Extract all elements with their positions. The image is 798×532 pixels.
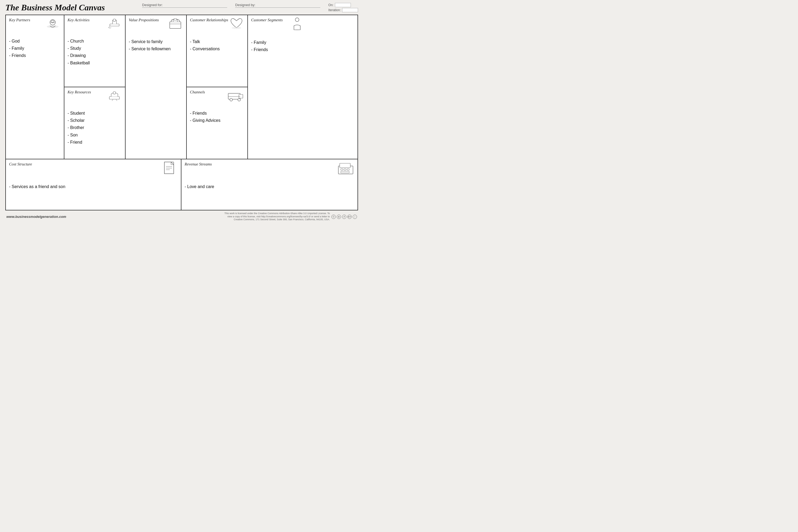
footer: www.businessmodelgeneration.com This wor… — [5, 210, 358, 222]
key-activities-content: - Church - Study - Drawing - Basketball — [68, 38, 122, 66]
svg-point-14 — [295, 18, 299, 22]
svg-rect-20 — [344, 169, 346, 170]
channels-item-0: - Friends — [190, 110, 244, 117]
iteration-block: On: Iteration: — [328, 3, 358, 12]
bottom-section: Cost Structure - Services as a friend an… — [6, 159, 358, 210]
activities-resources-column: Key Activities - Church - Study - Drawin… — [64, 15, 126, 159]
cc-share-icon: ⊕ — [337, 215, 341, 219]
footer-website: www.businessmodelgeneration.com — [6, 215, 66, 218]
svg-point-9 — [232, 27, 241, 29]
key-resources-item-4: - Friend — [68, 138, 122, 146]
cr-channels-column: Customer Relationships - Talk - Conversa… — [187, 15, 248, 159]
iteration-row: Iteration: — [328, 8, 358, 12]
value-propositions-header: Value Propositions — [129, 18, 183, 32]
revenue-header: Revenue Streams — [185, 162, 354, 177]
value-propositions-cell: Value Propositions - Service to family -… — [126, 15, 187, 159]
key-partners-label: Key Partners — [9, 18, 30, 22]
cc-icon: © — [331, 215, 336, 219]
key-activities-item-2: - Drawing — [68, 52, 122, 59]
svg-rect-3 — [110, 24, 119, 26]
customer-relationships-cell: Customer Relationships - Talk - Conversa… — [187, 15, 247, 87]
revenue-label: Revenue Streams — [185, 162, 212, 167]
channels-cell: Channels - Friends - Giv — [187, 87, 247, 159]
footer-license-text: This work is licensed under the Creative… — [224, 212, 330, 221]
key-resources-item-3: - Son — [68, 131, 122, 138]
key-resources-label: Key Resources — [68, 90, 91, 94]
on-row: On: — [328, 3, 358, 7]
cc-sa-icon: ↺ — [342, 215, 346, 219]
value-propositions-content: - Service to family - Service to fellowm… — [129, 38, 183, 52]
svg-rect-5 — [109, 97, 119, 99]
key-activities-item-0: - Church — [68, 38, 122, 45]
cr-label: Customer Relationships — [190, 18, 228, 22]
on-box[interactable] — [335, 3, 351, 7]
channels-item-1: - Giving Advices — [190, 117, 244, 124]
designed-by-field: Designed by: — [235, 3, 320, 8]
key-activities-icon — [107, 17, 122, 32]
key-resources-cell: Key Resources - Student - Scholar — [64, 87, 125, 159]
footer-license-icons: © ⊕ ↺ BY i — [331, 215, 357, 219]
channels-label: Channels — [190, 90, 205, 94]
cs-item-0: - Family — [251, 39, 303, 46]
cost-header: Cost Structure — [9, 162, 178, 177]
value-propositions-item-0: - Service to family — [129, 38, 183, 45]
revenue-item-0: - Love and care — [185, 183, 354, 190]
key-activities-item-3: - Basketball — [68, 59, 122, 66]
key-partners-header: Key Partners — [9, 18, 61, 32]
svg-rect-8 — [174, 19, 177, 20]
svg-point-15 — [294, 29, 300, 31]
cr-icon — [229, 17, 244, 32]
cost-label: Cost Structure — [9, 162, 32, 167]
page-title: The Business Model Canvas — [5, 3, 105, 13]
cs-header: Customer Segments — [251, 18, 303, 33]
channels-content: - Friends - Giving Advices — [190, 110, 244, 124]
iteration-label: Iteration: — [328, 8, 341, 12]
key-partners-item-2: - Friends — [9, 52, 61, 59]
value-propositions-icon — [168, 17, 183, 32]
svg-rect-22 — [341, 171, 349, 173]
key-resources-item-1: - Scholar — [68, 117, 122, 124]
svg-rect-7 — [170, 22, 181, 28]
channels-icon — [227, 89, 244, 104]
cc-info-icon: i — [353, 215, 357, 219]
svg-rect-18 — [340, 163, 350, 168]
cost-content: - Services as a friend and son — [9, 183, 178, 190]
customer-segments-cell: Customer Segments - Family - Friends — [248, 15, 306, 159]
key-partners-item-1: - Family — [9, 45, 61, 52]
key-activities-item-1: - Study — [68, 45, 122, 52]
svg-point-6 — [113, 92, 116, 94]
canvas: Key Partners - God - Family - Friends — [5, 15, 358, 210]
key-partners-cell: Key Partners - God - Family - Friends — [6, 15, 64, 159]
value-propositions-item-1: - Service to fellowmen — [129, 45, 183, 52]
key-partners-item-0: - God — [9, 38, 61, 45]
key-resources-item-2: - Brother — [68, 124, 122, 131]
designed-for-field: Designed for: — [142, 3, 227, 8]
svg-point-13 — [238, 98, 241, 101]
cc-by-icon: BY — [347, 215, 352, 219]
on-label: On: — [328, 3, 333, 7]
page-header: The Business Model Canvas Designed for: … — [5, 3, 358, 13]
key-resources-icon — [107, 89, 122, 104]
svg-point-0 — [47, 25, 58, 28]
revenue-streams-cell: Revenue Streams - Love and care — [182, 159, 358, 210]
value-propositions-label: Value Propositions — [129, 18, 159, 22]
cs-icon — [291, 17, 303, 33]
key-activities-label: Key Activities — [68, 18, 90, 22]
svg-rect-11 — [239, 94, 243, 98]
key-resources-header: Key Resources — [68, 90, 122, 104]
cost-icon — [162, 161, 178, 177]
key-partners-icon — [45, 17, 61, 32]
key-resources-content: - Student - Scholar - Brother - Son - Fr… — [68, 110, 122, 146]
cs-label: Customer Segments — [251, 18, 283, 22]
header-meta: Designed for: Designed by: On: Iteration… — [142, 3, 358, 12]
cs-item-1: - Friends — [251, 46, 303, 53]
cr-item-1: - Conversations — [190, 45, 244, 52]
svg-rect-19 — [341, 169, 343, 170]
cr-content: - Talk - Conversations — [190, 38, 244, 52]
svg-rect-10 — [228, 93, 240, 99]
cost-item-0: - Services as a friend and son — [9, 183, 178, 190]
svg-point-12 — [230, 98, 232, 101]
key-activities-cell: Key Activities - Church - Study - Drawin… — [64, 15, 125, 87]
key-activities-header: Key Activities — [68, 18, 122, 32]
iteration-box[interactable] — [342, 8, 358, 12]
